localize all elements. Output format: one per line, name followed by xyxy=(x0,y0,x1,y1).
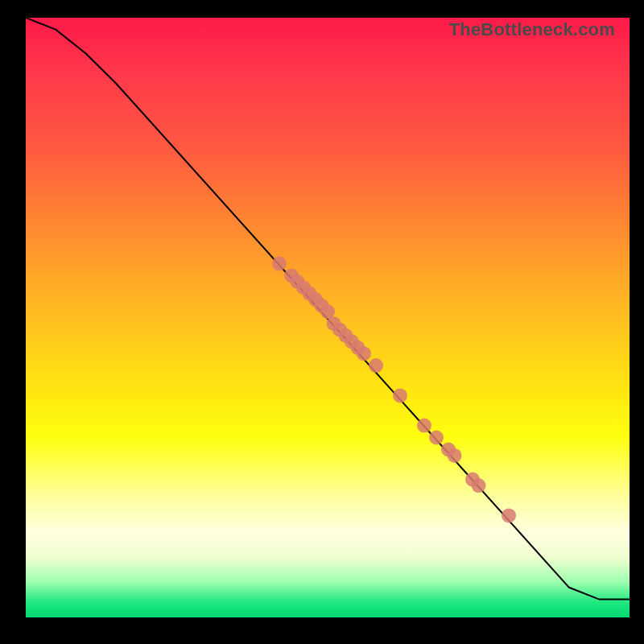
data-point xyxy=(472,478,486,493)
data-point xyxy=(417,419,431,433)
plot-area: TheBottleneck.com xyxy=(26,18,630,617)
chart-frame: TheBottleneck.com xyxy=(0,0,644,644)
data-point xyxy=(357,346,371,361)
data-point xyxy=(369,358,383,373)
chart-svg xyxy=(26,18,630,617)
data-point xyxy=(502,508,516,522)
data-point xyxy=(448,448,462,463)
data-point xyxy=(272,257,287,271)
data-point xyxy=(393,388,407,402)
data-point xyxy=(429,431,444,445)
point-layer xyxy=(272,257,516,523)
